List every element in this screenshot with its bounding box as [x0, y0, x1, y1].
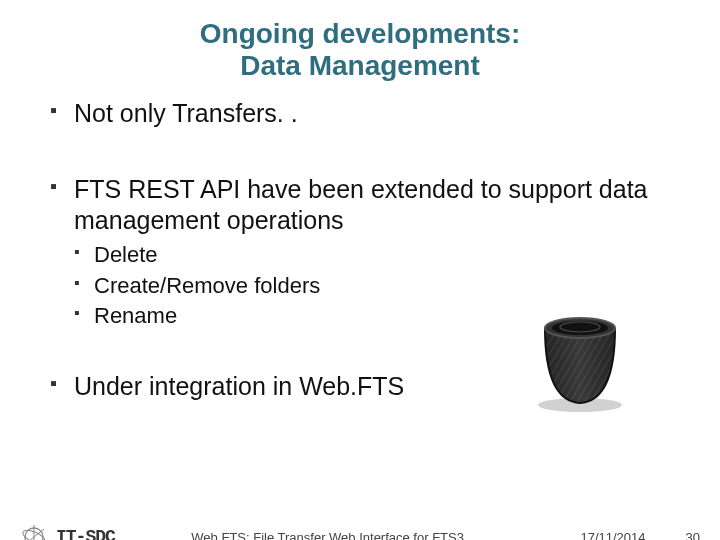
bullet-item: FTS REST API have been extended to suppo…	[50, 174, 680, 237]
sub-bullet-item: Create/Remove folders	[74, 273, 680, 299]
slide-title: Ongoing developments: Data Management	[0, 18, 720, 82]
bullet-item: Not only Transfers. .	[50, 98, 680, 129]
slide-footer: IT-SDC Web.FTS: File Transfer Web Interf…	[0, 516, 720, 540]
title-line-2: Data Management	[240, 50, 480, 81]
footer-date: 17/11/2014	[580, 530, 645, 541]
title-line-1: Ongoing developments:	[200, 18, 520, 49]
cern-logo-icon	[20, 523, 48, 540]
trash-bin-icon	[530, 303, 630, 417]
sub-bullet-item: Delete	[74, 242, 680, 268]
footer-slide-number: 30	[686, 530, 700, 541]
footer-presentation-title: Web.FTS: File Transfer Web Interface for…	[75, 530, 581, 541]
